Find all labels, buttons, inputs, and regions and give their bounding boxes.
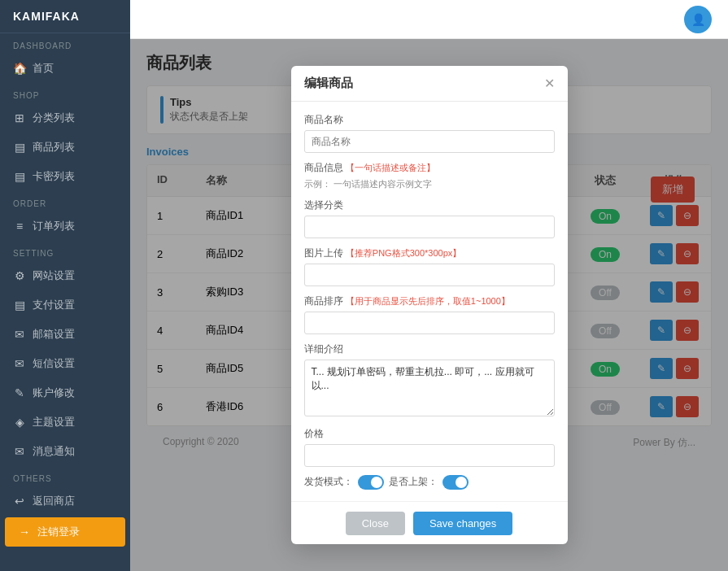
sidebar-label-email: 邮箱设置 <box>33 327 75 342</box>
close-modal-button[interactable]: Close <box>346 512 405 535</box>
sidebar-item-categories[interactable]: ⊞ 分类列表 <box>0 103 130 133</box>
categories-icon: ⊞ <box>13 111 26 124</box>
category-label: 选择分类 <box>304 198 555 212</box>
product-info-hint: 【一句话描述或备注】 <box>346 163 435 172</box>
publish-toggle[interactable] <box>358 475 384 490</box>
product-info-example-text: 一句话描述内容示例文字 <box>333 179 432 189</box>
sidebar-label-cards: 卡密列表 <box>33 169 75 184</box>
sidebar-logo: KAMIFAKA <box>0 0 130 33</box>
sidebar-item-notify[interactable]: ✉ 消息通知 <box>0 437 130 466</box>
sidebar-item-theme[interactable]: ◈ 主题设置 <box>0 408 130 437</box>
sidebar-label-logout: 注销登录 <box>37 525 80 539</box>
sidebar-label-notify: 消息通知 <box>33 444 75 459</box>
category-group: 选择分类 <box>304 198 555 238</box>
back-icon: ↩ <box>13 495 26 508</box>
image-path-input[interactable]: ./upload/images/451244.png <box>304 264 555 286</box>
detail-textarea[interactable]: T... 规划订单密码，帮重主机拉... 即可，... 应用就可以... <box>304 360 555 416</box>
sidebar-label-payment: 支付设置 <box>33 298 75 312</box>
section-setting: SETTING <box>0 241 130 261</box>
account-icon: ✎ <box>13 386 26 399</box>
modal-overlay: 编辑商品 ✕ 商品名称 商品信息 【一句话描述或备注】 示例： <box>130 39 728 571</box>
site-icon: ⚙ <box>13 269 26 282</box>
sort-input[interactable]: 100 <box>304 312 555 334</box>
section-shop: SHOP <box>0 83 130 103</box>
publish-label: 发货模式： <box>304 475 353 489</box>
image-hint: 【推荐PNG格式300*300px】 <box>346 248 461 258</box>
product-info-example-row: 示例： 一句话描述内容示例文字 <box>304 178 555 190</box>
product-name-label: 商品名称 <box>304 113 555 127</box>
modal-body: 商品名称 商品信息 【一句话描述或备注】 示例： 一句话描述内容示例文字 <box>291 102 568 501</box>
publish-knob <box>371 477 382 488</box>
main-content: 👤 商品列表 Tips 状态代表是否上架 Invoices 新增 ID 名称 库… <box>130 0 728 571</box>
sidebar-item-logout[interactable]: → 注销登录 <box>5 517 125 547</box>
cards-icon: ▤ <box>13 170 26 183</box>
sidebar-label-categories: 分类列表 <box>33 111 75 125</box>
sidebar-label-theme: 主题设置 <box>33 415 75 429</box>
sidebar-item-products[interactable]: ▤ 商品列表 <box>0 133 130 162</box>
modal-footer: Close Save changes <box>291 501 568 545</box>
section-others: OTHERS <box>0 466 130 486</box>
modal-close-button[interactable]: ✕ <box>544 76 555 91</box>
notify-icon: ✉ <box>13 445 26 458</box>
detail-group: 详细介绍 T... 规划订单密码，帮重主机拉... 即可，... 应用就可以..… <box>304 342 555 419</box>
category-select[interactable] <box>304 216 555 238</box>
price-label: 价格 <box>304 427 555 441</box>
image-label: 图片上传 【推荐PNG格式300*300px】 <box>304 246 555 260</box>
sidebar-label-site: 网站设置 <box>33 268 75 283</box>
sidebar: KAMIFAKA DASHBOARD 🏠 首页 SHOP ⊞ 分类列表 ▤ 商品… <box>0 0 130 571</box>
sidebar-label-home: 首页 <box>33 61 54 76</box>
email-icon: ✉ <box>13 328 26 341</box>
shelf-toggle[interactable] <box>442 475 469 490</box>
logout-icon: → <box>18 525 31 538</box>
edit-product-modal: 编辑商品 ✕ 商品名称 商品信息 【一句话描述或备注】 示例： <box>291 66 568 545</box>
modal-title: 编辑商品 <box>304 76 353 91</box>
products-icon: ▤ <box>13 141 26 154</box>
image-group: 图片上传 【推荐PNG格式300*300px】 ./upload/images/… <box>304 246 555 286</box>
payment-icon: ▤ <box>13 299 26 312</box>
sms-icon: ✉ <box>13 357 26 370</box>
shelf-label: 是否上架： <box>389 475 438 489</box>
detail-label: 详细介绍 <box>304 342 555 356</box>
sidebar-label-sms: 短信设置 <box>33 356 75 371</box>
price-group: 价格 9.99 <box>304 427 555 467</box>
shelf-knob <box>456 477 467 488</box>
sidebar-item-sms[interactable]: ✉ 短信设置 <box>0 349 130 378</box>
sidebar-label-back: 返回商店 <box>33 494 75 508</box>
page-body: 商品列表 Tips 状态代表是否上架 Invoices 新增 ID 名称 库存 … <box>130 39 728 571</box>
sidebar-item-orders[interactable]: ≡ 订单列表 <box>0 211 130 241</box>
sort-group: 商品排序 【用于商品显示先后排序，取值1~1000】 100 <box>304 294 555 334</box>
orders-icon: ≡ <box>13 220 26 233</box>
price-input[interactable]: 9.99 <box>304 444 555 467</box>
sidebar-item-cards[interactable]: ▤ 卡密列表 <box>0 162 130 191</box>
sidebar-item-account[interactable]: ✎ 账户修改 <box>0 378 130 408</box>
save-changes-button[interactable]: Save changes <box>413 512 512 535</box>
sidebar-item-back[interactable]: ↩ 返回商店 <box>0 486 130 516</box>
product-name-input[interactable] <box>304 130 555 153</box>
sidebar-item-payment[interactable]: ▤ 支付设置 <box>0 290 130 320</box>
home-icon: 🏠 <box>13 62 26 75</box>
section-order: ORDER <box>0 191 130 211</box>
topbar: 👤 <box>130 0 728 39</box>
sidebar-item-site[interactable]: ⚙ 网站设置 <box>0 261 130 290</box>
publish-row: 发货模式： 是否上架： <box>304 475 555 490</box>
section-dashboard: DASHBOARD <box>0 33 130 54</box>
sidebar-item-email[interactable]: ✉ 邮箱设置 <box>0 320 130 349</box>
product-name-group: 商品名称 <box>304 113 555 153</box>
sidebar-label-orders: 订单列表 <box>33 219 75 233</box>
sidebar-item-home[interactable]: 🏠 首页 <box>0 54 130 83</box>
product-info-group: 商品信息 【一句话描述或备注】 示例： 一句话描述内容示例文字 <box>304 161 555 190</box>
sort-hint: 【用于商品显示先后排序，取值1~1000】 <box>346 296 510 306</box>
theme-icon: ◈ <box>13 416 26 429</box>
sort-label: 商品排序 【用于商品显示先后排序，取值1~1000】 <box>304 294 555 308</box>
product-info-label: 商品信息 【一句话描述或备注】 <box>304 161 555 175</box>
avatar[interactable]: 👤 <box>684 6 712 33</box>
modal-header: 编辑商品 ✕ <box>291 66 568 102</box>
sidebar-label-account: 账户修改 <box>33 386 75 400</box>
sidebar-label-products: 商品列表 <box>33 140 75 155</box>
